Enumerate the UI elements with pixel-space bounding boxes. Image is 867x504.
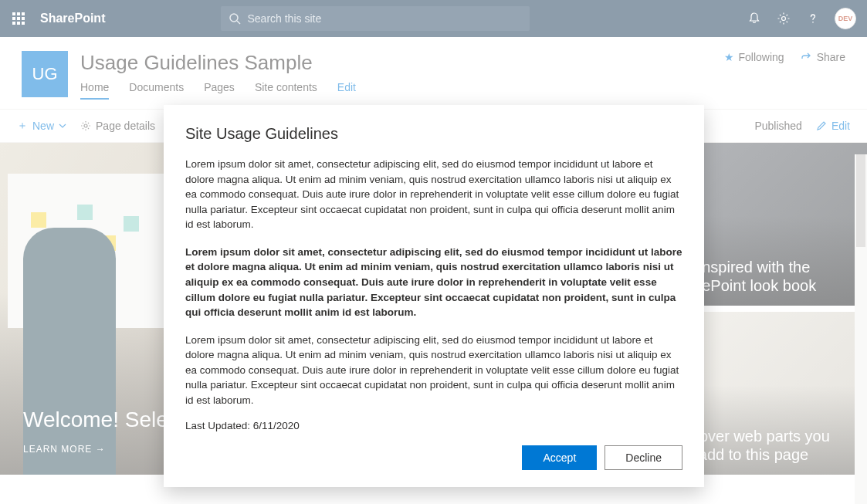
decline-button[interactable]: Decline bbox=[605, 445, 682, 470]
accept-button[interactable]: Accept bbox=[522, 445, 597, 470]
dialog-paragraph-1: Lorem ipsum dolor sit amet, consectetur … bbox=[185, 157, 682, 232]
dialog-paragraph-3: Lorem ipsum dolor sit amet, consectetur … bbox=[185, 333, 682, 408]
dialog-paragraph-2: Lorem ipsum dolor sit amet, consectetur … bbox=[185, 245, 682, 320]
dialog-last-updated: Last Updated: 6/11/2020 bbox=[185, 420, 682, 431]
dialog-title: Site Usage Guidelines bbox=[185, 125, 682, 143]
usage-guidelines-dialog: Site Usage Guidelines Lorem ipsum dolor … bbox=[164, 105, 704, 487]
dialog-actions: Accept Decline bbox=[185, 445, 682, 470]
